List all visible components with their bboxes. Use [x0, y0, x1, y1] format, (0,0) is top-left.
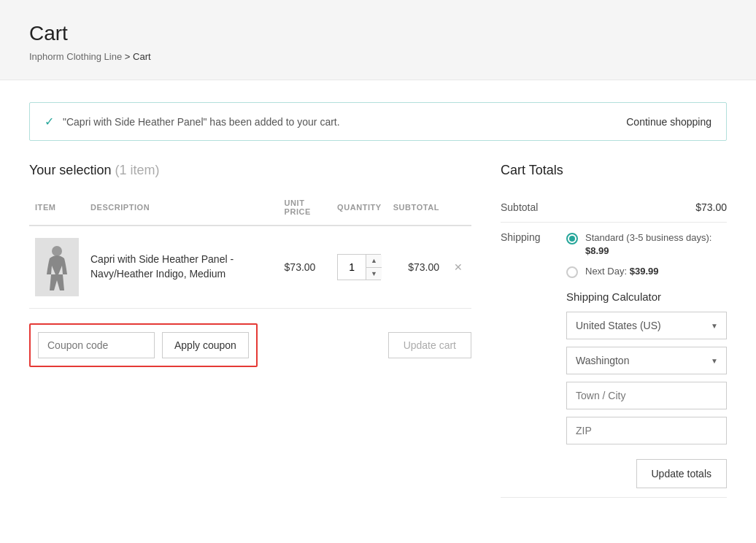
- totals-title: Cart Totals: [501, 163, 727, 178]
- col-description: DESCRIPTION: [85, 193, 279, 226]
- breadcrumb-current: Cart: [133, 51, 151, 62]
- cart-section-title: Your selection (1 item): [29, 163, 471, 178]
- update-cart-button[interactable]: Update cart: [388, 332, 471, 358]
- shipping-options: Standard (3-5 business days): $8.99 Next…: [566, 231, 727, 488]
- col-subtotal: SUBTOTAL: [387, 193, 445, 226]
- subtotal-value: $73.00: [695, 201, 727, 213]
- cart-section: Your selection (1 item) ITEM DESCRIPTION…: [29, 163, 471, 374]
- shipping-option-nextday: Next Day: $39.99: [566, 265, 727, 278]
- remove-item-button[interactable]: ✕: [451, 258, 466, 276]
- col-quantity: QUANTITY: [331, 193, 387, 226]
- quantity-control[interactable]: ▲ ▼: [337, 254, 381, 280]
- shipping-calc-title: Shipping Calculator: [566, 290, 727, 303]
- shipping-standard-label: Standard (3-5 business days): $8.99: [585, 231, 711, 258]
- shipping-option-standard: Standard (3-5 business days): $8.99: [566, 231, 727, 258]
- country-select[interactable]: United States (US) Canada United Kingdom: [566, 312, 727, 339]
- svg-point-1: [52, 246, 62, 256]
- shipping-label: Shipping: [501, 231, 559, 243]
- continue-shopping-link[interactable]: Continue shopping: [626, 116, 711, 128]
- product-image: [35, 238, 79, 296]
- unit-price: $73.00: [285, 261, 316, 273]
- table-row: Capri with Side Heather Panel - Navy/Hea…: [29, 226, 471, 309]
- quantity-down-button[interactable]: ▼: [366, 267, 382, 280]
- cart-table: ITEM DESCRIPTION UNIT PRICE QUANTITY SUB…: [29, 193, 471, 309]
- notice-text: ✓ "Capri with Side Heather Panel" has be…: [45, 115, 340, 128]
- radio-standard[interactable]: [566, 233, 578, 244]
- quantity-up-button[interactable]: ▲: [366, 255, 382, 267]
- breadcrumb: Inphorm Clothing Line > Cart: [29, 51, 727, 62]
- col-unit-price: UNIT PRICE: [279, 193, 332, 226]
- country-select-wrapper: United States (US) Canada United Kingdom: [566, 312, 727, 339]
- shipping-row: Shipping Standard (3-5 business days): $…: [501, 223, 727, 498]
- coupon-input[interactable]: [38, 332, 155, 358]
- notice-bar: ✓ "Capri with Side Heather Panel" has be…: [29, 102, 727, 141]
- quantity-input[interactable]: [338, 255, 366, 280]
- subtotal-label: Subtotal: [501, 201, 538, 213]
- update-totals-button[interactable]: Update totals: [636, 459, 728, 488]
- shipping-nextday-label: Next Day: $39.99: [585, 265, 658, 278]
- product-name: Capri with Side Heather Panel - Navy/Hea…: [90, 253, 273, 281]
- apply-coupon-button[interactable]: Apply coupon: [162, 332, 249, 358]
- coupon-area: Apply coupon: [29, 323, 258, 367]
- city-input[interactable]: [566, 382, 727, 409]
- cart-actions: Apply coupon Update cart: [29, 309, 471, 374]
- check-icon: ✓: [45, 115, 54, 128]
- breadcrumb-home[interactable]: Inphorm Clothing Line: [29, 51, 122, 62]
- zip-input[interactable]: [566, 417, 727, 444]
- radio-standard-inner: [569, 236, 575, 242]
- totals-section: Cart Totals Subtotal $73.00 Shipping Sta…: [501, 163, 727, 498]
- state-select[interactable]: Washington California New York Texas Flo…: [566, 347, 727, 374]
- subtotal-price: $73.00: [408, 261, 439, 273]
- col-item: ITEM: [29, 193, 85, 226]
- notice-message: "Capri with Side Heather Panel" has been…: [63, 116, 340, 128]
- radio-nextday[interactable]: [566, 266, 578, 278]
- subtotal-row: Subtotal $73.00: [501, 193, 727, 223]
- page-title: Cart: [29, 22, 727, 45]
- state-select-wrapper: Washington California New York Texas Flo…: [566, 347, 727, 374]
